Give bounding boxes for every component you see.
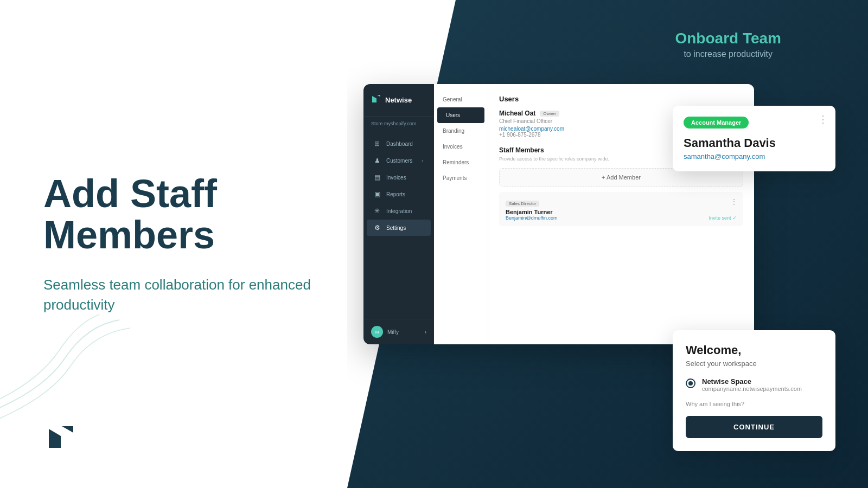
owner-badge: Owner [540,111,559,117]
welcome-title: Welcome, [686,343,822,357]
onboard-highlight: Team [743,30,781,47]
settings-nav: General Users Branding Invoices Reminder… [434,84,488,344]
welcome-subtitle: Select your workspace [686,359,822,368]
account-manager-badge: Account Manager [684,117,749,129]
invoices-icon: ▤ [374,174,382,181]
sidebar-nav: ⊞ Dashboard ♟ Customers › ▤ Invoices ▣ R… [363,131,434,319]
onboard-label: Onboard [675,30,742,47]
sidebar-item-invoices[interactable]: ▤ Invoices [367,169,431,185]
user-avatar: M [371,326,383,338]
workspace-url: companyname.netwisepayments.com [702,386,802,392]
sidebar-user-arrow: › [425,329,426,335]
sidebar-store-url: Store.myshopify.com [363,117,434,131]
staff-email: Benjamin@dmuffin.com [506,215,558,221]
app-sidebar: Netwise Store.myshopify.com ⊞ Dashboard … [363,84,434,344]
account-manager-name: Samantha Davis [684,136,825,150]
sidebar-label-dashboard: Dashboard [386,141,413,147]
main-headline: Add Staff Members [43,174,315,255]
floating-card-welcome: Welcome, Select your workspace Netwise S… [673,330,835,451]
sidebar-footer: M Miffy › [363,319,434,344]
customers-icon: ♟ [374,157,382,164]
nav-payments[interactable]: Payments [434,170,488,186]
sidebar-item-integration[interactable]: ✳ Integration [367,203,431,219]
radio-button[interactable] [686,378,695,388]
why-link[interactable]: Why am I seeing this? [686,401,822,407]
staff-invite-status: Invite sent ✓ [709,215,737,221]
users-section-title: Users [499,95,743,103]
reports-icon: ▣ [374,190,382,198]
sidebar-item-dashboard[interactable]: ⊞ Dashboard [367,136,431,152]
staff-badge: Sales Director [506,201,539,207]
right-header: Onboard Team to increase productivity [675,30,781,59]
onboard-subtitle: to increase productivity [675,49,781,59]
continue-button[interactable]: CONTINUE [686,416,822,438]
sidebar-label-customers: Customers [386,158,412,164]
sidebar-username: Miffy [387,329,399,335]
staff-name: Benjamin Turner [506,209,737,215]
workspace-info: Netwise Space companyname.netwisepayment… [702,377,802,392]
nav-general[interactable]: General [434,92,488,107]
owner-name: Micheal Oat [499,110,535,117]
staff-card-menu-icon[interactable]: ⋮ [730,197,738,206]
svg-marker-2 [372,96,376,102]
bottom-logo [43,421,76,455]
dashboard-icon: ⊞ [374,140,382,147]
workspace-name: Netwise Space [702,377,802,386]
onboard-title: Onboard Team [675,30,781,47]
floating-card-menu-icon[interactable]: ⋮ [818,113,828,125]
nav-branding[interactable]: Branding [434,123,488,139]
sidebar-label-invoices: Invoices [386,175,406,181]
svg-marker-3 [377,95,380,97]
sidebar-label-settings: Settings [386,225,406,231]
nav-reminders[interactable]: Reminders [434,155,488,170]
sidebar-item-reports[interactable]: ▣ Reports [367,186,431,202]
sidebar-item-settings[interactable]: ⚙ Settings [367,220,431,236]
sidebar-label-reports: Reports [386,191,405,197]
left-panel: Add Staff Members Seamless team collabor… [0,0,347,488]
sidebar-logo-icon [371,94,381,106]
nav-invoices[interactable]: Invoices [434,139,488,155]
workspace-option[interactable]: Netwise Space companyname.netwisepayment… [686,377,822,392]
svg-marker-0 [49,429,61,448]
sidebar-label-integration: Integration [386,208,412,214]
right-panel: Onboard Team to increase productivity Ne… [347,0,868,488]
svg-marker-1 [62,426,73,433]
main-subtext: Seamless team collaboration for enhanced… [43,275,315,314]
integration-icon: ✳ [374,207,382,215]
chevron-icon: › [422,158,423,163]
nav-users[interactable]: Users [437,107,484,123]
account-manager-email: samantha@company.com [684,152,825,160]
sidebar-item-customers[interactable]: ♟ Customers › [367,152,431,169]
sidebar-logo: Netwise [363,84,434,117]
settings-icon: ⚙ [374,224,382,232]
radio-inner [688,381,693,386]
staff-member-card: ⋮ Sales Director Benjamin Turner Benjami… [499,192,743,226]
sidebar-logo-text: Netwise [385,96,412,104]
floating-card-account-manager: ⋮ Account Manager Samantha Davis samanth… [673,106,835,171]
